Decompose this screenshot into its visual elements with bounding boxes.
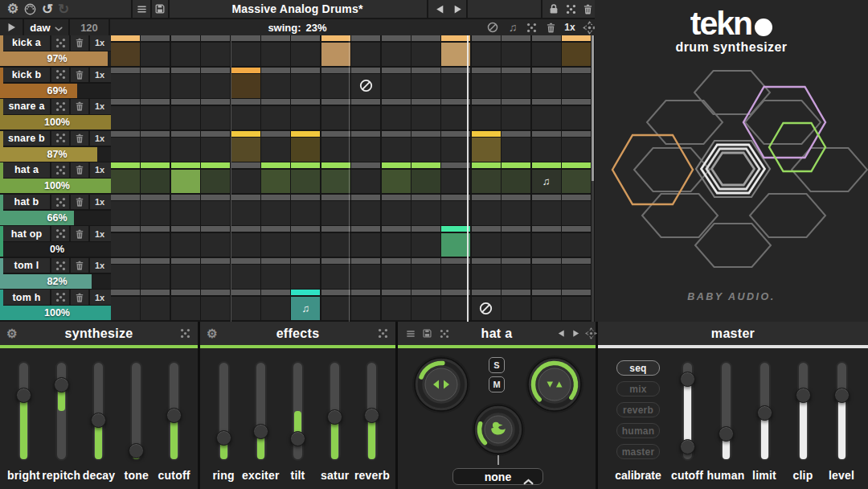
step-cell-tom-h-15[interactable] [532,290,561,320]
step-velocity[interactable] [532,68,561,73]
step-velocity[interactable] [562,226,591,232]
step-velocity[interactable] [321,195,350,200]
step-cell-snare-a-2[interactable] [141,99,170,129]
step-velocity[interactable] [321,258,350,264]
step-cell-kick-b-14[interactable] [502,68,530,98]
step-body[interactable] [502,74,530,98]
step-body[interactable] [231,106,260,130]
step-cell-kick-a-3[interactable] [171,35,200,66]
step-velocity[interactable] [502,131,530,137]
step-body[interactable] [201,201,230,225]
step-body[interactable] [231,138,260,162]
step-velocity[interactable] [231,290,260,295]
step-cell-kick-b-1[interactable] [111,68,140,98]
step-body[interactable] [231,170,260,194]
step-body[interactable] [141,265,170,289]
step-cell-hat-op-14[interactable] [502,226,530,257]
step-cell-snare-b-2[interactable] [141,131,170,162]
slider-track[interactable] [836,361,848,461]
track-repeat-button[interactable]: 1x [88,290,109,305]
step-body[interactable] [532,233,561,257]
step-body[interactable] [441,43,470,67]
sample-dropdown[interactable]: none [452,468,543,485]
track-dice-icon[interactable] [50,68,69,83]
step-cell-kick-b-15[interactable] [532,68,561,98]
step-body[interactable] [261,233,290,257]
step-cell-tom-l-1[interactable] [111,258,140,289]
pattern-note-icon[interactable]: ♫ [506,19,520,35]
step-body[interactable] [201,170,230,194]
step-body[interactable] [502,233,530,257]
track-name[interactable]: kick a [3,35,50,51]
step-body[interactable] [321,201,350,225]
step-cell-hat-op-5[interactable] [231,226,260,257]
step-velocity[interactable] [111,99,140,105]
track-probability-bar[interactable]: 100% [3,179,111,193]
step-velocity[interactable] [472,195,501,200]
step-body[interactable] [351,106,380,130]
step-velocity[interactable] [502,162,530,168]
master-tab-seq[interactable]: seq [616,360,660,376]
step-cell-hat-a-13[interactable] [472,162,501,193]
step-cell-snare-a-3[interactable] [171,99,200,129]
prev-preset-icon[interactable] [432,0,447,18]
step-body[interactable] [532,106,561,130]
step-body[interactable] [111,265,140,289]
step-velocity[interactable] [171,290,200,295]
step-velocity[interactable] [141,99,170,105]
step-velocity[interactable] [562,99,591,105]
step-body[interactable] [291,138,320,162]
track-trash-icon[interactable] [69,68,88,83]
track-name[interactable]: hat b [3,195,50,210]
step-cell-hat-op-4[interactable] [201,226,230,257]
step-body[interactable] [351,265,380,289]
step-cell-snare-a-13[interactable] [472,99,501,129]
step-cell-snare-b-16[interactable] [562,131,591,162]
slider-handle[interactable] [680,439,695,454]
slider-handle[interactable] [253,424,268,439]
lock-icon[interactable] [547,0,561,18]
step-body[interactable] [411,233,440,257]
track-repeat-button[interactable]: 1x [88,131,109,146]
track-dice-icon[interactable] [50,290,69,305]
pattern-dice-icon[interactable] [524,19,538,35]
step-velocity[interactable] [261,162,290,168]
step-velocity[interactable] [382,162,411,168]
step-velocity[interactable] [111,68,140,73]
step-velocity[interactable] [441,99,470,105]
step-body[interactable] [532,297,561,321]
step-body[interactable] [472,43,501,67]
track-repeat-button[interactable]: 1x [88,258,109,273]
undo-icon[interactable]: ↺ [39,0,55,18]
track-name[interactable]: tom l [3,258,50,273]
step-body[interactable] [411,106,440,130]
step-body[interactable] [472,106,501,130]
step-velocity[interactable] [441,162,470,168]
step-cell-kick-b-10[interactable] [382,68,411,98]
step-velocity[interactable] [111,35,140,41]
step-body[interactable] [351,74,380,98]
step-cell-hat-op-15[interactable] [532,226,561,257]
step-body[interactable] [441,297,470,321]
step-body[interactable] [231,74,260,98]
step-velocity[interactable] [261,35,290,41]
step-cell-kick-a-12[interactable] [441,35,470,66]
step-velocity[interactable] [291,162,320,168]
step-body[interactable] [502,138,530,162]
step-velocity[interactable] [321,35,350,41]
step-velocity[interactable] [472,131,501,137]
step-cell-hat-a-11[interactable] [411,162,440,193]
step-cell-snare-b-8[interactable] [321,131,350,162]
step-body[interactable] [472,201,501,225]
step-cell-snare-a-7[interactable] [291,99,320,129]
step-velocity[interactable] [562,162,591,168]
step-cell-hat-b-4[interactable] [201,195,230,225]
step-body[interactable] [321,265,350,289]
step-body[interactable] [141,233,170,257]
step-velocity[interactable] [141,290,170,295]
step-body[interactable] [441,201,470,225]
step-velocity[interactable] [411,35,440,41]
step-body[interactable] [201,297,230,321]
step-velocity[interactable] [472,162,501,168]
step-cell-snare-b-14[interactable] [502,131,530,162]
